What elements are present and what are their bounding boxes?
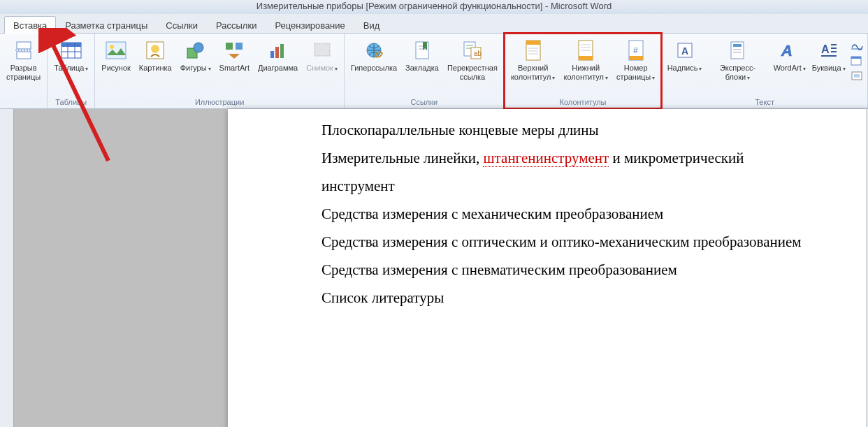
- textbox-button[interactable]: A Надпись▾: [665, 36, 704, 75]
- svg-rect-1: [17, 52, 31, 59]
- svg-point-13: [194, 43, 203, 52]
- header-icon: [521, 38, 545, 62]
- group-pages: Разрыв страницы: [0, 34, 48, 108]
- doc-line: Список литературы: [321, 284, 868, 312]
- svg-rect-59: [854, 74, 860, 78]
- group-label-tables: Таблицы: [55, 96, 87, 108]
- svg-rect-36: [579, 56, 593, 60]
- quickparts-icon: [725, 38, 749, 62]
- picture-button[interactable]: Рисунок: [98, 36, 134, 75]
- dropcap-icon: A: [817, 38, 841, 62]
- chevron-down-icon: ▾: [85, 66, 88, 72]
- dropcap-button[interactable]: A Буквица▾: [809, 36, 848, 75]
- shapes-button[interactable]: Фигуры▾: [177, 36, 215, 75]
- page-break-button[interactable]: Разрыв страницы: [3, 36, 44, 84]
- footer-button[interactable]: Нижний колонтитул▾: [560, 36, 612, 85]
- wordart-button[interactable]: A WordArt▾: [771, 36, 808, 75]
- title-bar: Измерительные приборы [Режим ограниченно…: [0, 0, 868, 14]
- doc-line: Измерительные линейки, штангенинструмент…: [321, 144, 868, 172]
- smartart-button[interactable]: SmartArt: [216, 36, 253, 75]
- group-links: Гиперссылка Закладка ab Перекрестная ссы…: [345, 34, 505, 108]
- group-header-footer: Верхний колонтитул▾ Нижний колонтитул▾ #…: [505, 34, 662, 108]
- table-button[interactable]: Таблица▾: [50, 36, 92, 75]
- window-title: Измерительные приборы [Режим ограниченно…: [256, 1, 612, 11]
- svg-rect-14: [226, 43, 233, 50]
- chart-icon: [266, 38, 290, 62]
- svg-rect-31: [526, 41, 540, 45]
- page-break-icon: [12, 38, 36, 62]
- page-number-button[interactable]: # Номер страницы▾: [613, 36, 658, 85]
- svg-text:A: A: [781, 42, 793, 59]
- group-label-hf: Колонтитулы: [560, 96, 607, 108]
- svg-rect-18: [280, 44, 284, 58]
- tab-insert[interactable]: Вставка: [4, 16, 56, 34]
- crossref-button[interactable]: ab Перекрестная ссылка: [444, 36, 501, 84]
- header-button[interactable]: Верхний колонтитул▾: [507, 36, 559, 85]
- signature-line-icon[interactable]: [851, 39, 863, 52]
- screenshot-icon: [310, 38, 334, 62]
- picture-icon: [104, 38, 128, 62]
- object-icon[interactable]: [851, 70, 863, 83]
- doc-line: Плоскопараллельные концевые меры длины: [321, 116, 868, 144]
- hyperlink-button[interactable]: Гиперссылка: [347, 36, 400, 75]
- document-workspace: Плоскопараллельные концевые меры длины И…: [0, 109, 868, 427]
- tab-review[interactable]: Рецензирование: [266, 16, 354, 34]
- svg-rect-15: [236, 43, 243, 50]
- tab-view[interactable]: Вид: [354, 16, 389, 34]
- bookmark-button[interactable]: Закладка: [402, 36, 442, 75]
- table-icon: [59, 38, 83, 62]
- group-tables: Таблица▾ Таблицы: [48, 34, 95, 108]
- textbox-icon: A: [673, 38, 697, 62]
- doc-line: инструмент: [321, 172, 868, 200]
- clipart-icon: [143, 38, 167, 62]
- tab-references[interactable]: Ссылки: [157, 16, 207, 34]
- document-body[interactable]: Плоскопараллельные концевые меры длины И…: [321, 116, 868, 312]
- footer-icon: [574, 38, 598, 62]
- ribbon-tabs: Вставка Разметка страницы Ссылки Рассылк…: [0, 14, 868, 34]
- svg-text:ab: ab: [474, 50, 482, 57]
- group-illustrations: Рисунок Картинка Фигуры▾ SmartArt Диагра…: [95, 34, 345, 108]
- shapes-icon: [184, 38, 208, 62]
- tab-mailings[interactable]: Рассылки: [207, 16, 266, 34]
- bookmark-icon: [410, 38, 434, 62]
- svg-point-9: [110, 45, 114, 49]
- svg-text:A: A: [681, 45, 688, 57]
- svg-rect-8: [106, 42, 126, 59]
- group-label-text: Текст: [755, 96, 774, 108]
- svg-text:A: A: [821, 43, 830, 55]
- page-number-icon: #: [624, 38, 648, 62]
- smartart-icon: [222, 38, 246, 62]
- doc-line: Средства измерения с пневматическим прео…: [321, 256, 868, 284]
- svg-point-11: [151, 45, 159, 53]
- document-page[interactable]: Плоскопараллельные концевые меры длины И…: [228, 109, 868, 427]
- wordart-icon: A: [778, 38, 802, 62]
- chart-button[interactable]: Диаграмма: [254, 36, 301, 75]
- svg-rect-46: [733, 44, 742, 47]
- date-time-icon[interactable]: [851, 55, 863, 68]
- screenshot-button: Снимок▾: [303, 36, 341, 75]
- svg-text:#: #: [633, 45, 638, 55]
- svg-rect-19: [314, 43, 330, 56]
- group-label-links: Ссылки: [411, 96, 438, 108]
- svg-rect-17: [275, 47, 279, 58]
- vertical-ruler[interactable]: [0, 109, 14, 427]
- tab-page-layout[interactable]: Разметка страницы: [56, 16, 157, 34]
- group-text: A Надпись▾ Экспресс-блоки▾ A WordArt▾ A …: [662, 34, 868, 108]
- group-label-illustrations: Иллюстрации: [195, 96, 244, 108]
- svg-rect-57: [851, 57, 861, 59]
- svg-rect-0: [17, 42, 31, 49]
- hyperlink-icon: [362, 38, 386, 62]
- ribbon: Разрыв страницы Таблица▾ Таблицы Рисунок: [0, 34, 868, 109]
- doc-line: Средства измерения с механическим преобр…: [321, 200, 868, 228]
- crossref-icon: ab: [461, 38, 484, 62]
- svg-rect-4: [62, 43, 81, 47]
- doc-line: Средства измерения с оптическим и оптико…: [321, 228, 868, 256]
- svg-rect-16: [270, 51, 274, 58]
- svg-rect-42: [629, 56, 643, 60]
- clipart-button[interactable]: Картинка: [136, 36, 175, 75]
- quickparts-button[interactable]: Экспресс-блоки▾: [706, 36, 769, 85]
